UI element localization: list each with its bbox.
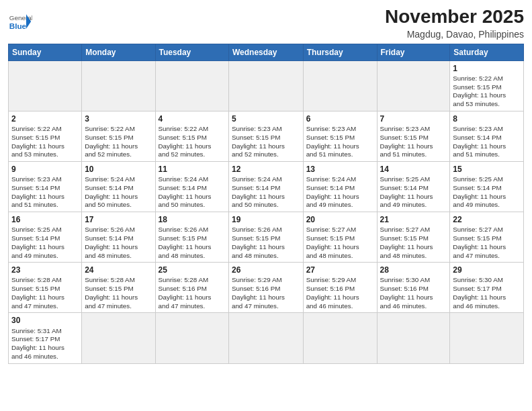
day-number: 3 bbox=[85, 113, 152, 124]
table-row: 19Sunrise: 5:26 AM Sunset: 5:15 PM Dayli… bbox=[228, 212, 303, 263]
day-number: 30 bbox=[11, 315, 79, 326]
day-number: 24 bbox=[85, 265, 152, 275]
table-row: 24Sunrise: 5:28 AM Sunset: 5:15 PM Dayli… bbox=[82, 263, 155, 313]
day-info: Sunrise: 5:26 AM Sunset: 5:15 PM Dayligh… bbox=[232, 226, 300, 260]
day-info: Sunrise: 5:26 AM Sunset: 5:14 PM Dayligh… bbox=[85, 226, 152, 260]
day-info: Sunrise: 5:26 AM Sunset: 5:15 PM Dayligh… bbox=[159, 226, 226, 260]
logo: General Blue bbox=[8, 9, 32, 34]
day-info: Sunrise: 5:29 AM Sunset: 5:16 PM Dayligh… bbox=[306, 276, 374, 310]
day-number: 4 bbox=[159, 113, 226, 124]
svg-text:Blue: Blue bbox=[9, 21, 27, 30]
col-thursday: Thursday bbox=[303, 44, 377, 60]
day-number: 20 bbox=[306, 214, 374, 225]
table-row: 4Sunrise: 5:22 AM Sunset: 5:15 PM Daylig… bbox=[155, 111, 228, 161]
table-row bbox=[228, 60, 303, 111]
table-row: 2Sunrise: 5:22 AM Sunset: 5:15 PM Daylig… bbox=[9, 111, 82, 161]
table-row bbox=[155, 60, 228, 111]
day-number: 1 bbox=[453, 63, 521, 74]
table-row: 22Sunrise: 5:27 AM Sunset: 5:15 PM Dayli… bbox=[450, 212, 524, 263]
table-row: 27Sunrise: 5:29 AM Sunset: 5:16 PM Dayli… bbox=[303, 263, 377, 313]
day-info: Sunrise: 5:25 AM Sunset: 5:14 PM Dayligh… bbox=[380, 175, 447, 210]
day-info: Sunrise: 5:27 AM Sunset: 5:15 PM Dayligh… bbox=[453, 226, 521, 260]
day-info: Sunrise: 5:31 AM Sunset: 5:17 PM Dayligh… bbox=[11, 327, 79, 361]
table-row: 25Sunrise: 5:28 AM Sunset: 5:16 PM Dayli… bbox=[155, 263, 228, 313]
day-number: 16 bbox=[11, 214, 79, 225]
table-row: 18Sunrise: 5:26 AM Sunset: 5:15 PM Dayli… bbox=[155, 212, 228, 263]
day-number: 26 bbox=[232, 265, 300, 275]
table-row bbox=[377, 60, 450, 111]
table-row bbox=[377, 313, 450, 363]
day-number: 28 bbox=[380, 265, 447, 275]
day-info: Sunrise: 5:27 AM Sunset: 5:15 PM Dayligh… bbox=[380, 226, 447, 260]
day-info: Sunrise: 5:23 AM Sunset: 5:15 PM Dayligh… bbox=[306, 125, 374, 159]
table-row: 13Sunrise: 5:24 AM Sunset: 5:14 PM Dayli… bbox=[303, 162, 377, 212]
col-wednesday: Wednesday bbox=[228, 44, 303, 60]
table-row: 1Sunrise: 5:22 AM Sunset: 5:15 PM Daylig… bbox=[450, 60, 524, 111]
day-info: Sunrise: 5:24 AM Sunset: 5:14 PM Dayligh… bbox=[85, 175, 152, 210]
day-info: Sunrise: 5:23 AM Sunset: 5:14 PM Dayligh… bbox=[11, 175, 79, 210]
day-number: 6 bbox=[306, 113, 374, 124]
day-number: 2 bbox=[11, 113, 79, 124]
table-row bbox=[9, 60, 82, 111]
day-number: 19 bbox=[232, 214, 300, 225]
table-row: 6Sunrise: 5:23 AM Sunset: 5:15 PM Daylig… bbox=[303, 111, 377, 161]
day-number: 8 bbox=[453, 113, 521, 124]
day-number: 17 bbox=[85, 214, 152, 225]
day-number: 11 bbox=[159, 164, 226, 175]
month-year-title: November 2025 bbox=[385, 7, 524, 28]
day-number: 25 bbox=[159, 265, 226, 275]
day-number: 15 bbox=[453, 164, 521, 175]
day-number: 23 bbox=[11, 265, 79, 275]
table-row: 21Sunrise: 5:27 AM Sunset: 5:15 PM Dayli… bbox=[377, 212, 450, 263]
table-row: 26Sunrise: 5:29 AM Sunset: 5:16 PM Dayli… bbox=[228, 263, 303, 313]
day-info: Sunrise: 5:22 AM Sunset: 5:15 PM Dayligh… bbox=[159, 125, 226, 159]
table-row bbox=[303, 313, 377, 363]
table-row bbox=[82, 313, 155, 363]
day-info: Sunrise: 5:25 AM Sunset: 5:14 PM Dayligh… bbox=[11, 226, 79, 260]
day-info: Sunrise: 5:24 AM Sunset: 5:14 PM Dayligh… bbox=[232, 175, 300, 210]
col-friday: Friday bbox=[377, 44, 450, 60]
day-info: Sunrise: 5:30 AM Sunset: 5:16 PM Dayligh… bbox=[380, 276, 447, 310]
table-row: 5Sunrise: 5:23 AM Sunset: 5:15 PM Daylig… bbox=[228, 111, 303, 161]
table-row: 30Sunrise: 5:31 AM Sunset: 5:17 PM Dayli… bbox=[9, 313, 82, 363]
day-info: Sunrise: 5:29 AM Sunset: 5:16 PM Dayligh… bbox=[232, 276, 300, 310]
table-row: 7Sunrise: 5:23 AM Sunset: 5:15 PM Daylig… bbox=[377, 111, 450, 161]
day-info: Sunrise: 5:24 AM Sunset: 5:14 PM Dayligh… bbox=[159, 175, 226, 210]
day-number: 12 bbox=[232, 164, 300, 175]
day-number: 10 bbox=[85, 164, 152, 175]
table-row bbox=[303, 60, 377, 111]
day-info: Sunrise: 5:27 AM Sunset: 5:15 PM Dayligh… bbox=[306, 226, 374, 260]
calendar-table: Sunday Monday Tuesday Wednesday Thursday… bbox=[8, 44, 524, 364]
table-row: 3Sunrise: 5:22 AM Sunset: 5:15 PM Daylig… bbox=[82, 111, 155, 161]
day-number: 18 bbox=[159, 214, 226, 225]
title-block: November 2025 Magdug, Davao, Philippines bbox=[385, 7, 524, 40]
table-row: 15Sunrise: 5:25 AM Sunset: 5:14 PM Dayli… bbox=[450, 162, 524, 212]
day-info: Sunrise: 5:23 AM Sunset: 5:15 PM Dayligh… bbox=[232, 125, 300, 159]
day-info: Sunrise: 5:23 AM Sunset: 5:14 PM Dayligh… bbox=[453, 125, 521, 159]
table-row: 10Sunrise: 5:24 AM Sunset: 5:14 PM Dayli… bbox=[82, 162, 155, 212]
table-row: 8Sunrise: 5:23 AM Sunset: 5:14 PM Daylig… bbox=[450, 111, 524, 161]
table-row: 20Sunrise: 5:27 AM Sunset: 5:15 PM Dayli… bbox=[303, 212, 377, 263]
day-info: Sunrise: 5:22 AM Sunset: 5:15 PM Dayligh… bbox=[453, 75, 521, 109]
day-number: 29 bbox=[453, 265, 521, 275]
col-saturday: Saturday bbox=[450, 44, 524, 60]
table-row bbox=[155, 313, 228, 363]
table-row: 29Sunrise: 5:30 AM Sunset: 5:17 PM Dayli… bbox=[450, 263, 524, 313]
table-row: 23Sunrise: 5:28 AM Sunset: 5:15 PM Dayli… bbox=[9, 263, 82, 313]
col-sunday: Sunday bbox=[9, 44, 82, 60]
table-row bbox=[450, 313, 524, 363]
day-info: Sunrise: 5:28 AM Sunset: 5:16 PM Dayligh… bbox=[159, 276, 226, 310]
day-info: Sunrise: 5:25 AM Sunset: 5:14 PM Dayligh… bbox=[453, 175, 521, 210]
table-row: 16Sunrise: 5:25 AM Sunset: 5:14 PM Dayli… bbox=[9, 212, 82, 263]
day-info: Sunrise: 5:28 AM Sunset: 5:15 PM Dayligh… bbox=[11, 276, 79, 310]
table-row: 11Sunrise: 5:24 AM Sunset: 5:14 PM Dayli… bbox=[155, 162, 228, 212]
table-row: 17Sunrise: 5:26 AM Sunset: 5:14 PM Dayli… bbox=[82, 212, 155, 263]
col-monday: Monday bbox=[82, 44, 155, 60]
table-row: 28Sunrise: 5:30 AM Sunset: 5:16 PM Dayli… bbox=[377, 263, 450, 313]
day-number: 9 bbox=[11, 164, 79, 175]
day-info: Sunrise: 5:28 AM Sunset: 5:15 PM Dayligh… bbox=[85, 276, 152, 310]
calendar-header-row: Sunday Monday Tuesday Wednesday Thursday… bbox=[9, 44, 524, 60]
day-number: 22 bbox=[453, 214, 521, 225]
day-number: 27 bbox=[306, 265, 374, 275]
location-subtitle: Magdug, Davao, Philippines bbox=[385, 29, 524, 40]
